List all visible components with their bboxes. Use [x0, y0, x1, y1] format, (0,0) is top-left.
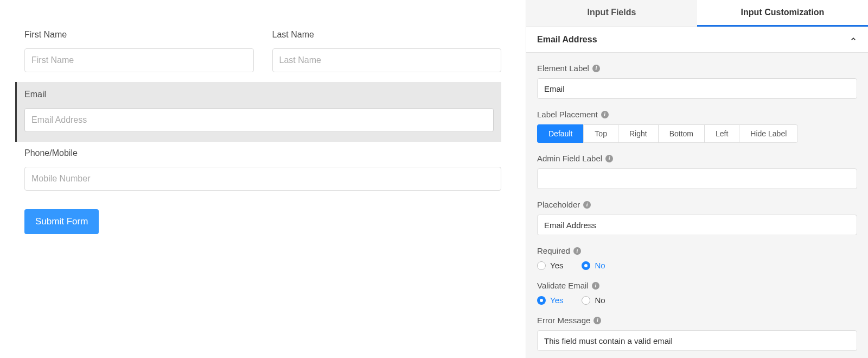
info-icon[interactable]: i — [601, 111, 609, 118]
first-name-label: First Name — [24, 30, 254, 40]
element-label-input[interactable] — [537, 78, 857, 99]
radio-icon — [582, 296, 590, 305]
required-label: Required i — [537, 246, 857, 255]
email-input[interactable] — [24, 108, 494, 132]
submit-button[interactable]: Submit Form — [24, 209, 99, 234]
email-label: Email — [24, 90, 494, 99]
admin-field-label-label: Admin Field Label i — [537, 154, 857, 163]
placement-top[interactable]: Top — [583, 124, 618, 143]
error-message-label: Error Message i — [537, 316, 857, 325]
required-yes[interactable]: Yes — [537, 261, 563, 270]
info-icon[interactable]: i — [593, 317, 601, 324]
phone-label: Phone/Mobile — [24, 148, 501, 158]
admin-field-label-input[interactable] — [537, 168, 857, 189]
info-icon[interactable]: i — [583, 201, 591, 209]
validate-email-label: Validate Email i — [537, 281, 857, 290]
label-placement-group: Default Top Right Bottom Left Hide Label — [537, 124, 857, 143]
placeholder-input[interactable] — [537, 215, 857, 235]
phone-input[interactable] — [24, 167, 501, 191]
chevron-up-icon — [850, 35, 857, 45]
required-no[interactable]: No — [582, 261, 605, 270]
field-phone[interactable]: Phone/Mobile — [24, 148, 501, 200]
placement-right[interactable]: Right — [618, 124, 658, 143]
placement-default[interactable]: Default — [537, 124, 583, 143]
placement-left[interactable]: Left — [704, 124, 739, 143]
radio-icon — [582, 261, 590, 270]
panel-tabs: Input Fields Input Customization — [526, 0, 868, 27]
last-name-input[interactable] — [272, 48, 502, 72]
tab-input-fields[interactable]: Input Fields — [526, 0, 697, 27]
element-label-label: Element Label i — [537, 64, 857, 73]
first-name-input[interactable] — [24, 48, 254, 72]
label-placement-label: Label Placement i — [537, 110, 857, 119]
validate-no[interactable]: No — [582, 296, 605, 305]
placement-bottom[interactable]: Bottom — [658, 124, 704, 143]
radio-icon — [537, 261, 546, 270]
last-name-label: Last Name — [272, 30, 502, 40]
radio-icon — [537, 296, 546, 305]
form-preview: First Name Last Name Email Phone/Mobile … — [0, 0, 526, 358]
field-email[interactable]: Email — [15, 82, 501, 142]
section-body: Element Label i Label Placement i Defaul… — [526, 53, 868, 358]
info-icon[interactable]: i — [573, 247, 581, 255]
placeholder-label: Placeholder i — [537, 200, 857, 209]
required-radio-group: Yes No — [537, 261, 857, 270]
field-first-name[interactable]: First Name — [24, 30, 254, 82]
field-last-name[interactable]: Last Name — [272, 30, 502, 82]
section-title: Email Address — [537, 35, 597, 45]
config-panel: Input Fields Input Customization Email A… — [526, 0, 868, 358]
error-message-input[interactable] — [537, 330, 857, 351]
info-icon[interactable]: i — [592, 282, 599, 290]
validate-yes[interactable]: Yes — [537, 296, 563, 305]
section-header-email[interactable]: Email Address — [526, 27, 868, 53]
info-icon[interactable]: i — [605, 155, 613, 162]
validate-email-radio-group: Yes No — [537, 296, 857, 305]
placement-hide[interactable]: Hide Label — [739, 124, 798, 143]
info-icon[interactable]: i — [592, 65, 600, 72]
tab-input-customization[interactable]: Input Customization — [697, 0, 868, 27]
